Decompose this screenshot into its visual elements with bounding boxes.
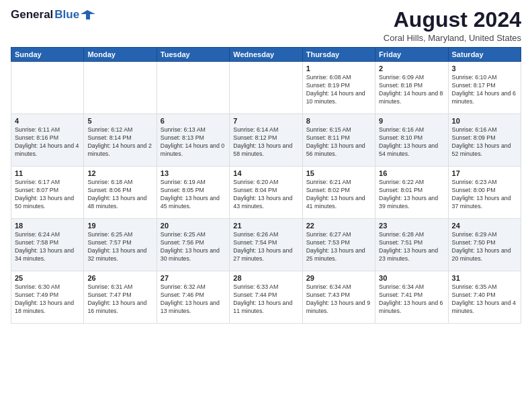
cell-info: Sunrise: 6:23 AM Sunset: 8:00 PM Dayligh… — [452, 179, 517, 211]
week-row-1: 1Sunrise: 6:08 AM Sunset: 8:19 PM Daylig… — [11, 62, 521, 114]
cell-info: Sunrise: 6:35 AM Sunset: 7:40 PM Dayligh… — [452, 283, 517, 316]
cell-info: Sunrise: 6:32 AM Sunset: 7:46 PM Dayligh… — [161, 283, 226, 316]
cell-3-3: 13Sunrise: 6:19 AM Sunset: 8:05 PM Dayli… — [157, 167, 229, 219]
cell-2-4: 7Sunrise: 6:14 AM Sunset: 8:12 PM Daylig… — [230, 114, 302, 167]
cell-info: Sunrise: 6:24 AM Sunset: 7:58 PM Dayligh… — [15, 231, 80, 263]
title-block: August 2024 Coral Hills, Maryland, Unite… — [384, 8, 521, 43]
cell-3-7: 17Sunrise: 6:23 AM Sunset: 8:00 PM Dayli… — [448, 167, 521, 219]
day-number: 20 — [161, 222, 226, 230]
cell-info: Sunrise: 6:16 AM Sunset: 8:09 PM Dayligh… — [452, 126, 517, 158]
col-friday: Friday — [375, 48, 448, 62]
cell-info: Sunrise: 6:14 AM Sunset: 8:12 PM Dayligh… — [233, 126, 298, 158]
cell-info: Sunrise: 6:29 AM Sunset: 7:50 PM Dayligh… — [452, 231, 517, 263]
cell-4-2: 19Sunrise: 6:25 AM Sunset: 7:57 PM Dayli… — [84, 219, 157, 271]
cell-info: Sunrise: 6:25 AM Sunset: 7:57 PM Dayligh… — [87, 231, 152, 263]
day-number: 14 — [233, 169, 298, 177]
cell-info: Sunrise: 6:25 AM Sunset: 7:56 PM Dayligh… — [161, 231, 226, 263]
cell-2-7: 10Sunrise: 6:16 AM Sunset: 8:09 PM Dayli… — [448, 114, 521, 167]
cell-info: Sunrise: 6:28 AM Sunset: 7:51 PM Dayligh… — [379, 231, 444, 263]
cell-5-1: 25Sunrise: 6:30 AM Sunset: 7:49 PM Dayli… — [11, 271, 84, 324]
calendar-body: 1Sunrise: 6:08 AM Sunset: 8:19 PM Daylig… — [11, 62, 521, 324]
day-number: 23 — [379, 222, 444, 230]
cell-info: Sunrise: 6:22 AM Sunset: 8:01 PM Dayligh… — [379, 179, 444, 211]
cell-5-5: 29Sunrise: 6:34 AM Sunset: 7:43 PM Dayli… — [302, 271, 375, 324]
calendar-table: Sunday Monday Tuesday Wednesday Thursday… — [11, 47, 521, 324]
cell-2-5: 8Sunrise: 6:15 AM Sunset: 8:11 PM Daylig… — [302, 114, 375, 167]
cell-3-2: 12Sunrise: 6:18 AM Sunset: 8:06 PM Dayli… — [84, 167, 157, 219]
week-row-4: 18Sunrise: 6:24 AM Sunset: 7:58 PM Dayli… — [11, 219, 521, 271]
day-number: 16 — [379, 169, 444, 177]
col-saturday: Saturday — [448, 48, 521, 62]
cell-1-5: 1Sunrise: 6:08 AM Sunset: 8:19 PM Daylig… — [302, 62, 375, 114]
page: General Blue August 2024 Coral Hills, Ma… — [0, 0, 532, 411]
cell-info: Sunrise: 6:08 AM Sunset: 8:19 PM Dayligh… — [306, 74, 371, 106]
col-sunday: Sunday — [11, 48, 84, 62]
day-number: 1 — [306, 64, 371, 73]
logo: General Blue — [11, 8, 95, 21]
day-number: 29 — [306, 274, 371, 282]
subtitle: Coral Hills, Maryland, United States — [384, 33, 521, 43]
day-number: 3 — [452, 64, 517, 73]
day-number: 12 — [87, 169, 152, 177]
cell-1-2 — [84, 62, 157, 114]
header: General Blue August 2024 Coral Hills, Ma… — [11, 8, 521, 43]
col-thursday: Thursday — [302, 48, 375, 62]
day-number: 28 — [233, 274, 298, 282]
day-number: 18 — [15, 222, 80, 230]
day-number: 19 — [87, 222, 152, 230]
day-number: 9 — [379, 117, 444, 125]
day-number: 24 — [452, 222, 517, 230]
day-number: 6 — [161, 117, 226, 125]
day-number: 13 — [161, 169, 226, 177]
cell-info: Sunrise: 6:33 AM Sunset: 7:44 PM Dayligh… — [233, 283, 298, 316]
day-number: 2 — [379, 64, 444, 73]
day-number: 17 — [452, 169, 517, 177]
cell-info: Sunrise: 6:13 AM Sunset: 8:13 PM Dayligh… — [161, 126, 226, 158]
cell-1-7: 3Sunrise: 6:10 AM Sunset: 8:17 PM Daylig… — [448, 62, 521, 114]
day-number: 4 — [15, 117, 80, 125]
cell-2-3: 6Sunrise: 6:13 AM Sunset: 8:13 PM Daylig… — [157, 114, 229, 167]
day-number: 5 — [87, 117, 152, 125]
cell-info: Sunrise: 6:30 AM Sunset: 7:49 PM Dayligh… — [15, 283, 80, 316]
cell-3-1: 11Sunrise: 6:17 AM Sunset: 8:07 PM Dayli… — [11, 167, 84, 219]
cell-info: Sunrise: 6:27 AM Sunset: 7:53 PM Dayligh… — [306, 231, 371, 263]
cell-5-2: 26Sunrise: 6:31 AM Sunset: 7:47 PM Dayli… — [84, 271, 157, 324]
day-number: 21 — [233, 222, 298, 230]
day-number: 27 — [161, 274, 226, 282]
cell-info: Sunrise: 6:34 AM Sunset: 7:43 PM Dayligh… — [306, 283, 371, 316]
cell-info: Sunrise: 6:34 AM Sunset: 7:41 PM Dayligh… — [379, 283, 444, 316]
cell-4-4: 21Sunrise: 6:26 AM Sunset: 7:54 PM Dayli… — [230, 219, 302, 271]
cell-info: Sunrise: 6:19 AM Sunset: 8:05 PM Dayligh… — [161, 179, 226, 211]
calendar-header: Sunday Monday Tuesday Wednesday Thursday… — [11, 48, 521, 62]
col-wednesday: Wednesday — [230, 48, 302, 62]
cell-info: Sunrise: 6:11 AM Sunset: 8:16 PM Dayligh… — [15, 126, 80, 158]
day-number: 10 — [452, 117, 517, 125]
cell-info: Sunrise: 6:10 AM Sunset: 8:17 PM Dayligh… — [452, 74, 517, 106]
day-number: 15 — [306, 169, 371, 177]
week-row-5: 25Sunrise: 6:30 AM Sunset: 7:49 PM Dayli… — [11, 271, 521, 324]
day-number: 11 — [15, 169, 80, 177]
cell-1-3 — [157, 62, 229, 114]
cell-5-7: 31Sunrise: 6:35 AM Sunset: 7:40 PM Dayli… — [448, 271, 521, 324]
col-tuesday: Tuesday — [157, 48, 229, 62]
day-number: 30 — [379, 274, 444, 282]
cell-info: Sunrise: 6:18 AM Sunset: 8:06 PM Dayligh… — [87, 179, 152, 211]
logo-blue: Blue — [54, 8, 79, 21]
cell-1-6: 2Sunrise: 6:09 AM Sunset: 8:18 PM Daylig… — [375, 62, 448, 114]
day-number: 26 — [87, 274, 152, 282]
day-number: 25 — [15, 274, 80, 282]
cell-4-3: 20Sunrise: 6:25 AM Sunset: 7:56 PM Dayli… — [157, 219, 229, 271]
header-row: Sunday Monday Tuesday Wednesday Thursday… — [11, 48, 521, 62]
cell-info: Sunrise: 6:31 AM Sunset: 7:47 PM Dayligh… — [87, 283, 152, 316]
col-monday: Monday — [84, 48, 157, 62]
svg-marker-0 — [81, 10, 95, 19]
cell-5-4: 28Sunrise: 6:33 AM Sunset: 7:44 PM Dayli… — [230, 271, 302, 324]
cell-info: Sunrise: 6:12 AM Sunset: 8:14 PM Dayligh… — [87, 126, 152, 158]
cell-4-5: 22Sunrise: 6:27 AM Sunset: 7:53 PM Dayli… — [302, 219, 375, 271]
cell-2-1: 4Sunrise: 6:11 AM Sunset: 8:16 PM Daylig… — [11, 114, 84, 167]
cell-1-1 — [11, 62, 84, 114]
cell-info: Sunrise: 6:09 AM Sunset: 8:18 PM Dayligh… — [379, 74, 444, 106]
cell-2-2: 5Sunrise: 6:12 AM Sunset: 8:14 PM Daylig… — [84, 114, 157, 167]
cell-info: Sunrise: 6:20 AM Sunset: 8:04 PM Dayligh… — [233, 179, 298, 211]
day-number: 31 — [452, 274, 517, 282]
